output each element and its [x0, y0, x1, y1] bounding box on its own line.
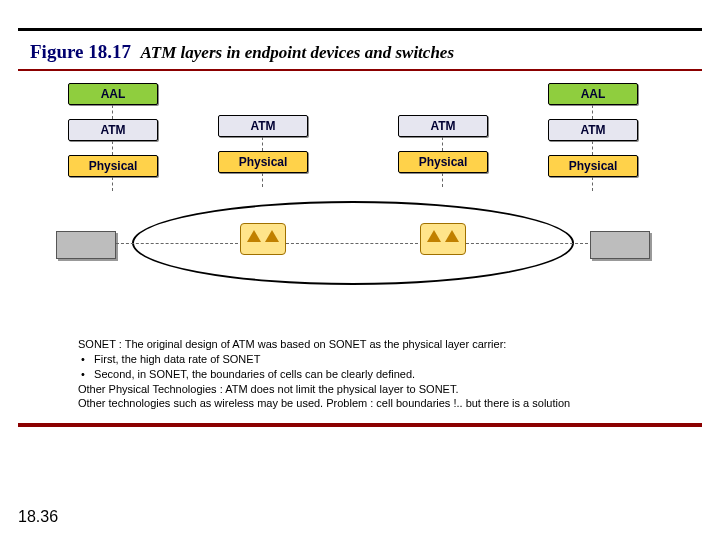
rule-bottom [18, 423, 702, 427]
aal-layer: AAL [68, 83, 158, 105]
connector [112, 177, 113, 191]
connector [592, 141, 593, 155]
notes-block: SONET : The original design of ATM was b… [78, 337, 664, 411]
figure-caption: ATM layers in endpoint devices and switc… [140, 43, 454, 62]
connector [262, 137, 263, 151]
connector [442, 173, 443, 187]
connector [112, 141, 113, 155]
note-line: Other technologies such as wireless may … [78, 396, 664, 411]
connector [592, 177, 593, 191]
switch-right [420, 223, 466, 255]
physical-layer: Physical [68, 155, 158, 177]
aal-layer: AAL [548, 83, 638, 105]
endpoint-device-right [590, 231, 650, 259]
connector [442, 137, 443, 151]
rule-caption [18, 69, 702, 71]
atm-layer: ATM [68, 119, 158, 141]
link [116, 243, 238, 244]
connector [112, 105, 113, 119]
atm-layer: ATM [218, 115, 308, 137]
link [286, 243, 418, 244]
switch-right-stack: ATM Physical [398, 83, 488, 187]
atm-layer: ATM [398, 115, 488, 137]
figure-title: Figure 18.17 ATM layers in endpoint devi… [30, 41, 720, 63]
atm-layer: ATM [548, 119, 638, 141]
aal-gap [218, 83, 308, 115]
physical-layer: Physical [398, 151, 488, 173]
connector [262, 173, 263, 187]
page-number: 18.36 [18, 508, 58, 526]
connector [592, 105, 593, 119]
rule-top [18, 28, 702, 31]
endpoint-device-left [56, 231, 116, 259]
note-bullet: • First, the high data rate of SONET [78, 352, 664, 367]
switch-left-stack: ATM Physical [218, 83, 308, 187]
switch-left [240, 223, 286, 255]
aal-gap [398, 83, 488, 115]
note-line: Other Physical Technologies : ATM does n… [78, 382, 664, 397]
endpoint-right-stack: AAL ATM Physical [548, 83, 638, 191]
note-line: SONET : The original design of ATM was b… [78, 337, 664, 352]
physical-layer: Physical [218, 151, 308, 173]
link [466, 243, 588, 244]
endpoint-left-stack: AAL ATM Physical [68, 83, 158, 191]
note-bullet: • Second, in SONET, the boundaries of ce… [78, 367, 664, 382]
physical-layer: Physical [548, 155, 638, 177]
diagram: AAL ATM Physical ATM Physical ATM Physic… [18, 83, 702, 313]
figure-number: Figure 18.17 [30, 41, 131, 62]
